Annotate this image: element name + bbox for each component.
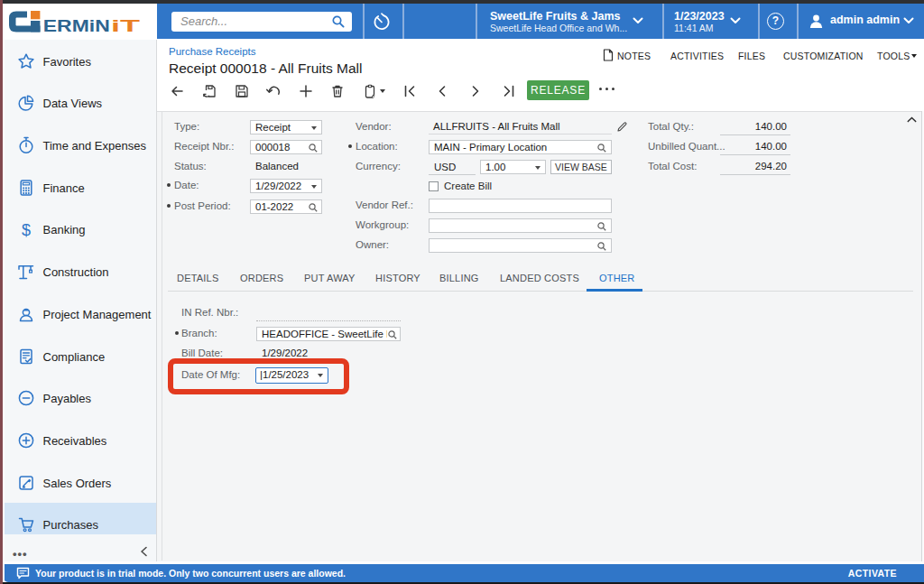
svg-text:ERMiN: ERMiN [43,17,110,35]
svg-text:$: $ [22,221,31,239]
svg-text:iT: iT [111,17,140,35]
